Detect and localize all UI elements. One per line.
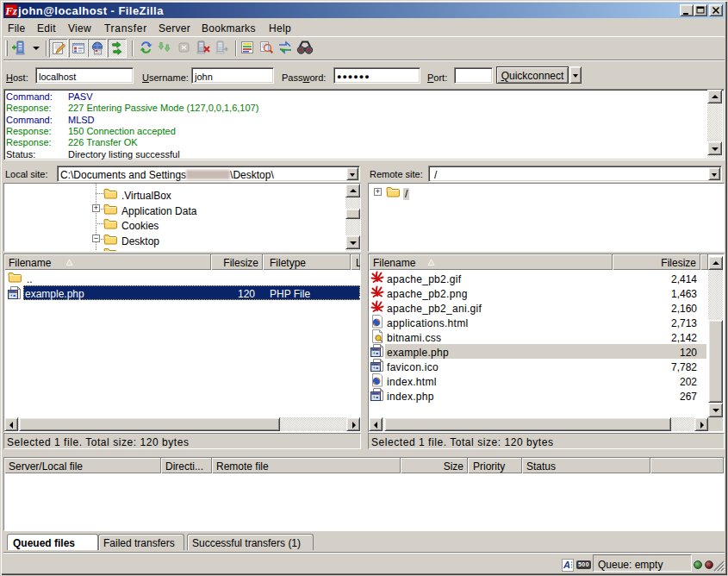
svg-text:Fz: Fz: [5, 4, 17, 16]
svg-text:A: A: [563, 560, 570, 570]
